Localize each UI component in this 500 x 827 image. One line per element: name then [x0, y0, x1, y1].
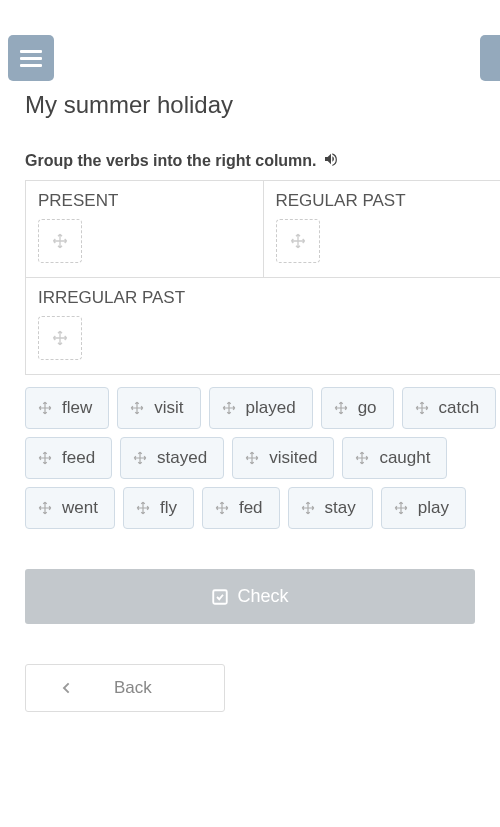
move-icon: [130, 401, 144, 415]
drop-slot-present[interactable]: [38, 219, 82, 263]
move-icon: [394, 501, 408, 515]
chip-label: went: [62, 498, 98, 518]
speaker-icon[interactable]: [323, 151, 339, 170]
move-icon: [222, 401, 236, 415]
move-icon: [245, 451, 259, 465]
word-bank: flew visit played go catch feed stayed v…: [25, 387, 500, 529]
chip-label: play: [418, 498, 449, 518]
chip-went[interactable]: went: [25, 487, 115, 529]
chip-label: feed: [62, 448, 95, 468]
chip-played[interactable]: played: [209, 387, 313, 429]
chip-label: visit: [154, 398, 183, 418]
categorization-grid: PRESENT REGULAR PAST IRREGULAR PAST: [25, 180, 500, 375]
chip-go[interactable]: go: [321, 387, 394, 429]
chip-stayed[interactable]: stayed: [120, 437, 224, 479]
move-icon: [52, 233, 68, 249]
chip-caught[interactable]: caught: [342, 437, 447, 479]
move-icon: [301, 501, 315, 515]
column-irregular-past[interactable]: IRREGULAR PAST: [25, 278, 500, 374]
chip-play[interactable]: play: [381, 487, 466, 529]
chip-label: fed: [239, 498, 263, 518]
arrow-left-icon: [58, 680, 74, 696]
move-icon: [52, 330, 68, 346]
chip-label: go: [358, 398, 377, 418]
drop-slot-irregular-past[interactable]: [38, 316, 82, 360]
chip-flew[interactable]: flew: [25, 387, 109, 429]
page-title: My summer holiday: [25, 91, 500, 119]
chip-visited[interactable]: visited: [232, 437, 334, 479]
chip-label: flew: [62, 398, 92, 418]
chip-label: fly: [160, 498, 177, 518]
chip-label: stay: [325, 498, 356, 518]
chip-label: stayed: [157, 448, 207, 468]
move-icon: [38, 501, 52, 515]
move-icon: [290, 233, 306, 249]
chip-label: played: [246, 398, 296, 418]
menu-button[interactable]: [8, 35, 54, 81]
column-regular-past[interactable]: REGULAR PAST: [263, 181, 501, 277]
chip-stay[interactable]: stay: [288, 487, 373, 529]
back-button-label: Back: [114, 678, 152, 698]
move-icon: [334, 401, 348, 415]
chip-feed[interactable]: feed: [25, 437, 112, 479]
move-icon: [415, 401, 429, 415]
move-icon: [38, 401, 52, 415]
chip-catch[interactable]: catch: [402, 387, 497, 429]
chip-fly[interactable]: fly: [123, 487, 194, 529]
check-icon: [211, 588, 229, 606]
check-button[interactable]: Check: [25, 569, 475, 624]
move-icon: [38, 451, 52, 465]
column-header-irregular-past: IRREGULAR PAST: [38, 288, 488, 308]
chip-label: caught: [379, 448, 430, 468]
move-icon: [215, 501, 229, 515]
instruction-label: Group the verbs into the right column.: [25, 152, 317, 170]
column-header-regular-past: REGULAR PAST: [276, 191, 489, 211]
chip-label: visited: [269, 448, 317, 468]
chip-visit[interactable]: visit: [117, 387, 200, 429]
move-icon: [136, 501, 150, 515]
column-present[interactable]: PRESENT: [25, 181, 263, 277]
back-button[interactable]: Back: [25, 664, 225, 712]
move-icon: [355, 451, 369, 465]
hamburger-icon: [20, 50, 42, 66]
drop-slot-regular-past[interactable]: [276, 219, 320, 263]
right-side-button[interactable]: [480, 35, 500, 81]
instruction-text: Group the verbs into the right column.: [25, 151, 500, 170]
column-header-present: PRESENT: [38, 191, 251, 211]
chip-fed[interactable]: fed: [202, 487, 280, 529]
check-button-label: Check: [237, 586, 288, 607]
chip-label: catch: [439, 398, 480, 418]
move-icon: [133, 451, 147, 465]
